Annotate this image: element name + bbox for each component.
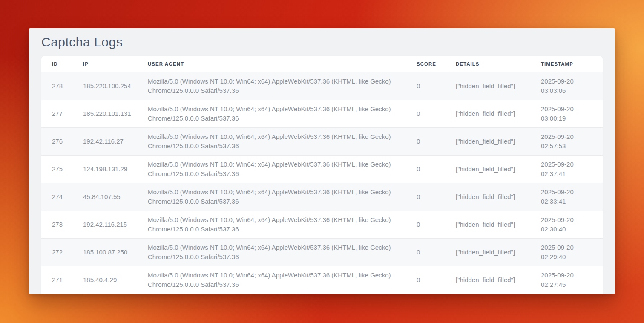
cell-details: ["hidden_field_filled"] xyxy=(456,266,541,294)
cell-id: 276 xyxy=(41,127,83,155)
cell-score: 0 xyxy=(417,266,456,294)
cell-user-agent: Mozilla/5.0 (Windows NT 10.0; Win64; x64… xyxy=(148,211,417,238)
cell-id: 272 xyxy=(41,238,83,266)
cell-details: ["hidden_field_filled"] xyxy=(456,211,541,238)
cell-score: 0 xyxy=(417,100,456,127)
cell-user-agent: Mozilla/5.0 (Windows NT 10.0; Win64; x64… xyxy=(148,127,417,155)
cell-id: 275 xyxy=(41,155,83,183)
cell-timestamp: 2025-09-20 02:33:41 xyxy=(541,183,603,211)
cell-timestamp: 2025-09-20 03:00:19 xyxy=(541,100,603,127)
table-row: 277 185.220.101.131 Mozilla/5.0 (Windows… xyxy=(41,100,603,127)
cell-user-agent: Mozilla/5.0 (Windows NT 10.0; Win64; x64… xyxy=(148,238,417,266)
cell-user-agent: Mozilla/5.0 (Windows NT 10.0; Win64; x64… xyxy=(148,266,417,294)
table-row: 272 185.100.87.250 Mozilla/5.0 (Windows … xyxy=(41,238,603,266)
cell-timestamp: 2025-09-20 02:37:41 xyxy=(541,155,603,183)
cell-details: ["hidden_field_filled"] xyxy=(456,127,541,155)
cell-details: ["hidden_field_filled"] xyxy=(456,238,541,266)
cell-user-agent: Mozilla/5.0 (Windows NT 10.0; Win64; x64… xyxy=(148,183,417,211)
cell-id: 273 xyxy=(41,211,83,238)
cell-id: 271 xyxy=(41,266,83,294)
column-header-timestamp: TIMESTAMP xyxy=(541,56,603,72)
cell-ip: 45.84.107.55 xyxy=(83,183,148,211)
cell-user-agent: Mozilla/5.0 (Windows NT 10.0; Win64; x64… xyxy=(148,155,417,183)
cell-ip: 185.220.100.254 xyxy=(83,72,148,100)
cell-ip: 124.198.131.29 xyxy=(83,155,148,183)
cell-details: ["hidden_field_filled"] xyxy=(456,155,541,183)
cell-score: 0 xyxy=(417,72,456,100)
cell-score: 0 xyxy=(417,155,456,183)
column-header-score: SCORE xyxy=(417,56,456,72)
cell-id: 278 xyxy=(41,72,83,100)
table-row: 275 124.198.131.29 Mozilla/5.0 (Windows … xyxy=(41,155,603,183)
cell-ip: 192.42.116.27 xyxy=(83,127,148,155)
captcha-logs-card: Captcha Logs ID IP USER AGENT SCORE DETA… xyxy=(29,28,615,294)
cell-ip: 185.100.87.250 xyxy=(83,238,148,266)
table-row: 271 185.40.4.29 Mozilla/5.0 (Windows NT … xyxy=(41,266,603,294)
page-title: Captcha Logs xyxy=(41,36,603,49)
cell-ip: 185.220.101.131 xyxy=(83,100,148,127)
table-row: 274 45.84.107.55 Mozilla/5.0 (Windows NT… xyxy=(41,183,603,211)
cell-score: 0 xyxy=(417,238,456,266)
cell-details: ["hidden_field_filled"] xyxy=(456,72,541,100)
cell-user-agent: Mozilla/5.0 (Windows NT 10.0; Win64; x64… xyxy=(148,100,417,127)
cell-timestamp: 2025-09-20 02:27:45 xyxy=(541,266,603,294)
cell-details: ["hidden_field_filled"] xyxy=(456,100,541,127)
column-header-id: ID xyxy=(41,56,83,72)
cell-id: 277 xyxy=(41,100,83,127)
table-header-row: ID IP USER AGENT SCORE DETAILS TIMESTAMP xyxy=(41,56,603,72)
cell-timestamp: 2025-09-20 03:03:06 xyxy=(541,72,603,100)
cell-score: 0 xyxy=(417,211,456,238)
cell-ip: 192.42.116.215 xyxy=(83,211,148,238)
captcha-logs-table: ID IP USER AGENT SCORE DETAILS TIMESTAMP… xyxy=(41,56,603,294)
logs-table: ID IP USER AGENT SCORE DETAILS TIMESTAMP… xyxy=(41,56,603,294)
column-header-user-agent: USER AGENT xyxy=(148,56,417,72)
cell-score: 0 xyxy=(417,127,456,155)
cell-timestamp: 2025-09-20 02:57:53 xyxy=(541,127,603,155)
cell-timestamp: 2025-09-20 02:30:40 xyxy=(541,211,603,238)
cell-timestamp: 2025-09-20 02:29:40 xyxy=(541,238,603,266)
table-row: 278 185.220.100.254 Mozilla/5.0 (Windows… xyxy=(41,72,603,100)
cell-id: 274 xyxy=(41,183,83,211)
cell-details: ["hidden_field_filled"] xyxy=(456,183,541,211)
background: { "page": { "title": "Captcha Logs" }, "… xyxy=(0,0,644,323)
table-header: ID IP USER AGENT SCORE DETAILS TIMESTAMP xyxy=(41,56,603,72)
table-body: 278 185.220.100.254 Mozilla/5.0 (Windows… xyxy=(41,72,603,294)
cell-user-agent: Mozilla/5.0 (Windows NT 10.0; Win64; x64… xyxy=(148,72,417,100)
cell-ip: 185.40.4.29 xyxy=(83,266,148,294)
column-header-ip: IP xyxy=(83,56,148,72)
column-header-details: DETAILS xyxy=(456,56,541,72)
table-row: 276 192.42.116.27 Mozilla/5.0 (Windows N… xyxy=(41,127,603,155)
cell-score: 0 xyxy=(417,183,456,211)
table-row: 273 192.42.116.215 Mozilla/5.0 (Windows … xyxy=(41,211,603,238)
